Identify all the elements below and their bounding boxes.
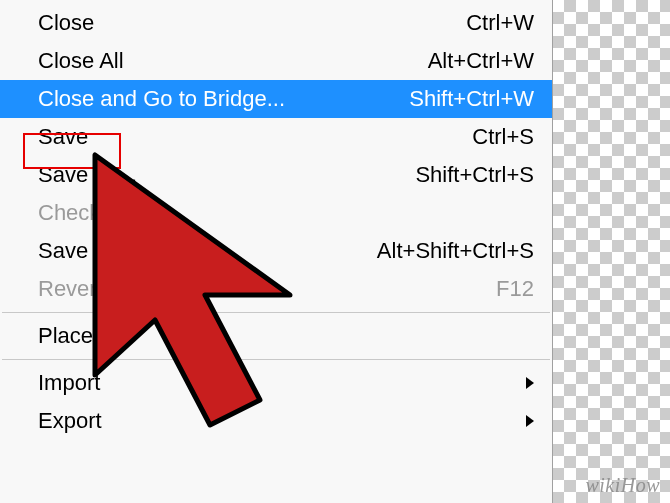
menu-item-shortcut: Ctrl+W <box>466 10 534 36</box>
menu-item-close-all[interactable]: Close All Alt+Ctrl+W <box>0 42 552 80</box>
file-menu-dropdown: Close Ctrl+W Close All Alt+Ctrl+W Close … <box>0 0 553 503</box>
watermark-text: wikiHow <box>585 474 660 497</box>
menu-item-shortcut: Alt+Shift+Ctrl+S <box>377 238 534 264</box>
menu-separator <box>2 359 550 360</box>
menu-item-shortcut: F12 <box>496 276 534 302</box>
menu-item-label: Revert <box>38 276 103 302</box>
menu-item-label: Check In... <box>38 200 143 226</box>
menu-separator <box>2 312 550 313</box>
menu-item-label: Close and Go to Bridge... <box>38 86 285 112</box>
menu-item-place[interactable]: Place... <box>0 317 552 355</box>
menu-item-close-bridge[interactable]: Close and Go to Bridge... Shift+Ctrl+W <box>0 80 552 118</box>
menu-item-label: Place... <box>38 323 111 349</box>
menu-item-shortcut: Shift+Ctrl+W <box>409 86 534 112</box>
submenu-arrow-icon <box>526 415 534 427</box>
submenu-arrow-icon <box>526 377 534 389</box>
menu-item-label: Save for Web... <box>38 238 189 264</box>
menu-item-label: Import <box>38 370 100 396</box>
menu-item-save-for-web[interactable]: Save for Web... Alt+Shift+Ctrl+S <box>0 232 552 270</box>
menu-item-shortcut: Shift+Ctrl+S <box>415 162 534 188</box>
menu-item-label: Export <box>38 408 102 434</box>
menu-item-revert: Revert F12 <box>0 270 552 308</box>
menu-item-save-as[interactable]: Save As... Shift+Ctrl+S <box>0 156 552 194</box>
menu-item-shortcut: Ctrl+S <box>472 124 534 150</box>
menu-item-import[interactable]: Import <box>0 364 552 402</box>
menu-item-check-in: Check In... <box>0 194 552 232</box>
menu-item-save[interactable]: Save Ctrl+S <box>0 118 552 156</box>
menu-item-label: Close All <box>38 48 124 74</box>
menu-item-label: Close <box>38 10 94 36</box>
menu-item-export[interactable]: Export <box>0 402 552 440</box>
menu-item-close[interactable]: Close Ctrl+W <box>0 4 552 42</box>
menu-item-shortcut: Alt+Ctrl+W <box>428 48 534 74</box>
menu-item-label: Save As... <box>38 162 137 188</box>
menu-item-label: Save <box>38 124 88 150</box>
